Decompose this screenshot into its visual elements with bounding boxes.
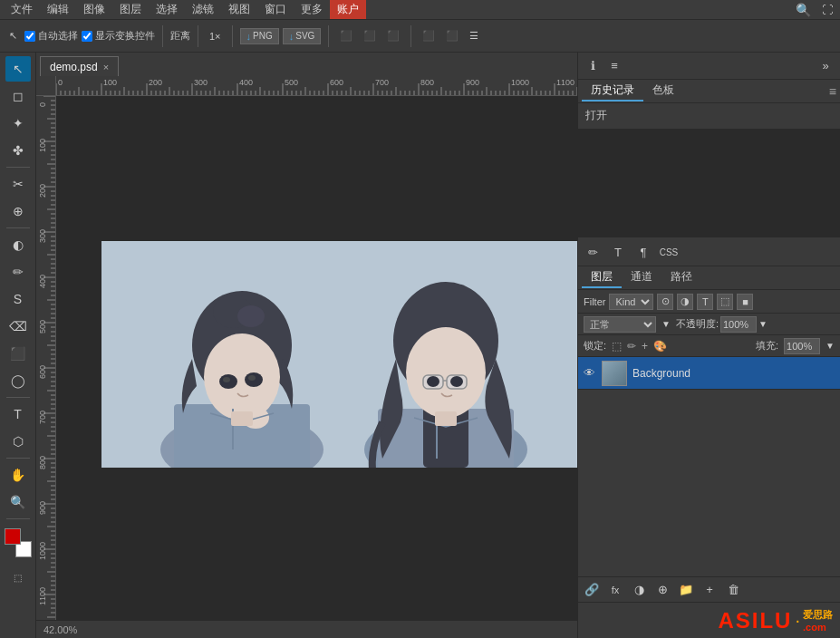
marquee-tool[interactable]: ◻ [5, 83, 31, 109]
lock-artboard-icon[interactable]: 🎨 [653, 340, 667, 353]
opacity-dropdown-icon[interactable]: ▼ [758, 319, 768, 329]
lock-checkerboard-icon[interactable]: ⬚ [612, 340, 622, 353]
move-tool-indicator[interactable]: ↖ [5, 28, 21, 44]
opacity-row: 不透明度: ▼ [676, 316, 768, 333]
layer-new-button[interactable]: + [700, 580, 719, 600]
menu-filter[interactable]: 滤镜 [185, 0, 221, 19]
arrange-button[interactable]: ☰ [466, 28, 482, 44]
clone-tool[interactable]: S [5, 286, 31, 312]
layers-panel: 图层 通道 路径 Filter Kind ⊙ ◑ T ⬚ ■ [578, 266, 840, 602]
lock-position-icon[interactable]: + [642, 340, 648, 353]
ruler-row [36, 76, 577, 96]
menu-edit[interactable]: 编辑 [40, 0, 76, 19]
kind-select[interactable]: Kind [609, 294, 653, 310]
artwork-canvas[interactable] [101, 241, 577, 468]
channels-tab[interactable]: 通道 [622, 267, 661, 288]
filter-icon3[interactable]: T [697, 294, 713, 310]
sep2 [198, 25, 198, 47]
menu-more[interactable]: 更多 [294, 0, 330, 19]
menu-window[interactable]: 窗口 [257, 0, 294, 19]
tabs-bar: demo.psd × [36, 53, 577, 76]
png-export-button[interactable]: ↓ PNG [240, 28, 279, 44]
hand-tool[interactable]: ✋ [5, 462, 31, 488]
menu-select[interactable]: 选择 [149, 0, 185, 19]
layer-mask-button[interactable]: ◑ [629, 580, 649, 600]
menu-image[interactable]: 图像 [76, 0, 112, 19]
paths-tab[interactable]: 路径 [661, 267, 701, 288]
layer-adjustment-button[interactable]: ⊕ [652, 580, 672, 600]
gradient-tool[interactable]: ⬛ [5, 341, 31, 366]
asilu-tagline: 爱思路 [803, 608, 833, 622]
filter-icon2[interactable]: ◑ [677, 294, 693, 310]
tab-close-button[interactable]: × [103, 62, 109, 72]
lasso-tool[interactable]: ✦ [5, 111, 31, 136]
svg-export-button[interactable]: ↓ SVG [283, 28, 322, 44]
auto-select-checkbox[interactable]: 自动选择 [24, 29, 78, 43]
filter-icon4[interactable]: ⬚ [717, 294, 733, 310]
fill-dropdown-icon[interactable]: ▼ [826, 341, 835, 351]
layers-tab[interactable]: 图层 [582, 267, 622, 288]
menu-view[interactable]: 视图 [221, 0, 257, 19]
layer-thumbnail [602, 361, 627, 386]
layer-group-button[interactable]: 📁 [676, 580, 696, 600]
distribute-button[interactable]: ⬛ [419, 28, 439, 44]
zoom-percentage: 42.00% [43, 624, 77, 635]
align-center-button[interactable]: ⬛ [360, 28, 380, 44]
brush-icon-button[interactable]: ✏ [582, 242, 603, 264]
filter-icon1[interactable]: ⊙ [657, 294, 673, 310]
canvas-row [36, 96, 577, 620]
layer-eye-icon[interactable]: 👁 [582, 366, 596, 381]
expand-button[interactable]: ⛶ [818, 2, 836, 18]
align-right-button[interactable]: ⬛ [383, 28, 403, 44]
crop-tool[interactable]: ✂ [5, 171, 31, 197]
layer-delete-button[interactable]: 🗑 [723, 580, 743, 600]
quick-mask-tool[interactable]: ⬚ [5, 565, 31, 590]
text-tool[interactable]: T [5, 401, 31, 427]
hc-menu-icon[interactable]: ≡ [829, 84, 836, 99]
opacity-value[interactable] [720, 316, 757, 333]
lock-brush-icon[interactable]: ✏ [627, 340, 636, 353]
blur-tool[interactable]: ◯ [5, 368, 31, 393]
tool-sep4 [6, 458, 30, 459]
foreground-color-swatch[interactable] [5, 528, 21, 545]
info-icon-button[interactable]: ℹ [582, 55, 603, 77]
heal-tool[interactable]: ◐ [5, 232, 31, 257]
show-transform-checkbox[interactable]: 显示变换控件 [82, 29, 155, 43]
layer-bottom: 🔗 fx ◑ ⊕ 📁 + 🗑 [578, 576, 840, 602]
history-color-panel: 历史记录 色板 ≡ 打开 [578, 80, 840, 239]
tool-sep2 [6, 227, 30, 228]
list-icon-button[interactable]: ≡ [603, 55, 625, 77]
layer-row-background[interactable]: 👁 Background [578, 357, 840, 390]
text-P-icon-button[interactable]: ¶ [632, 242, 654, 264]
menu-file[interactable]: 文件 [4, 0, 40, 19]
brush-tool[interactable]: ✏ [5, 259, 31, 285]
tool-sep1 [6, 167, 30, 168]
search-button[interactable]: 🔍 [792, 1, 815, 19]
align-left-button[interactable]: ⬛ [336, 28, 356, 44]
wand-tool[interactable]: ✤ [5, 138, 31, 163]
distribute2-button[interactable]: ⬛ [442, 28, 462, 44]
blend-mode-select[interactable]: 正常 [584, 316, 656, 333]
right-collapse-button[interactable]: » [815, 55, 836, 77]
asilu-logo-bar: ASILU · 爱思路 .com [578, 602, 840, 638]
history-tab[interactable]: 历史记录 [582, 81, 643, 102]
layer-fx-button[interactable]: fx [605, 580, 625, 600]
tool-sep3 [6, 397, 30, 398]
menu-layer[interactable]: 图层 [112, 0, 149, 19]
filter-icon5[interactable]: ■ [737, 294, 753, 310]
opacity-dropdown[interactable]: ▼ [661, 319, 671, 329]
layer-link-button[interactable]: 🔗 [582, 580, 602, 600]
eraser-tool[interactable]: ⌫ [5, 314, 31, 339]
color-tab[interactable]: 色板 [643, 81, 683, 102]
css-icon-button[interactable]: CSS [658, 242, 680, 264]
document-tab[interactable]: demo.psd × [40, 56, 119, 76]
menu-account[interactable]: 账户 [330, 0, 366, 19]
fill-value[interactable] [784, 338, 820, 354]
zoom-tool[interactable]: 🔍 [5, 489, 31, 515]
text-T-icon-button[interactable]: T [607, 242, 629, 264]
pen-tool[interactable]: ⬡ [5, 429, 31, 454]
canvas-view[interactable] [56, 96, 577, 620]
eyedropper-tool[interactable]: ⊕ [5, 198, 31, 224]
move-tool[interactable]: ↖ [5, 56, 31, 82]
zoom-level[interactable]: 1× [206, 29, 225, 44]
